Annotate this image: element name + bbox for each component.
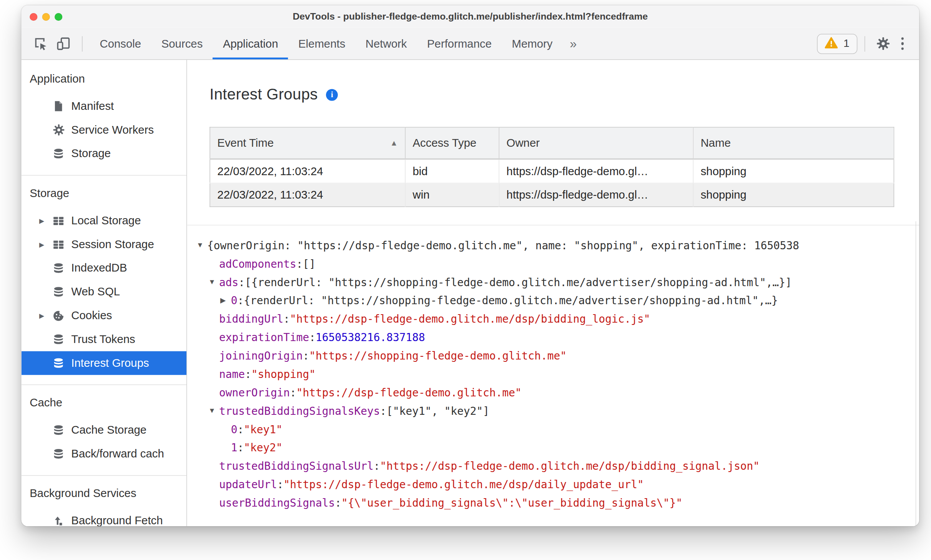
sidebar-item-session-storage[interactable]: ▶Session Storage — [22, 232, 186, 256]
devtools-window: DevTools - publisher-fledge-demo.glitch.… — [22, 5, 919, 526]
table-cell: 22/03/2022, 11:03:24 — [210, 183, 405, 207]
tree-segment-key: trustedBiddingSignalsKeys — [219, 402, 380, 420]
sidebar-item-label: Back/forward cach — [71, 447, 164, 461]
tree-segment-str: "shopping" — [251, 365, 316, 383]
scrollbar-track[interactable] — [916, 221, 916, 526]
tab-sources[interactable]: Sources — [151, 28, 213, 60]
inspect-element-icon[interactable] — [33, 36, 48, 51]
tree-segment-key: trustedBiddingSignalsUrl — [219, 457, 374, 475]
sidebar-item-label: Storage — [71, 147, 111, 160]
tree-line: expirationTime: 1650538216.837188 — [196, 328, 919, 346]
tree-line[interactable]: ▼trustedBiddingSignalsKeys: ["key1", "ke… — [196, 402, 919, 420]
tree-line: ownerOrigin: "https://dsp-fledge-demo.gl… — [196, 383, 919, 402]
tree-segment-str: "https://dsp-fledge-demo.glitch.me" — [296, 383, 522, 402]
toolbar-divider — [864, 36, 865, 51]
tree-segment-key: expirationTime — [219, 328, 309, 346]
tree-segment-str: "https://dsp-fledge-demo.glitch.me/dsp/d… — [283, 475, 643, 494]
tree-line[interactable]: ▼ads: [{renderUrl: "https://shopping-fle… — [196, 273, 919, 292]
toolbar-divider — [82, 36, 83, 51]
issues-counter[interactable]: 1 — [817, 33, 857, 54]
settings-gear-icon[interactable] — [876, 36, 891, 51]
tree-segment-key: 0 — [231, 291, 238, 310]
expand-arrow-icon[interactable]: ▶ — [39, 312, 52, 320]
tree-segment-key: updateUrl — [219, 475, 277, 494]
sidebar-item-label: Background Fetch — [71, 514, 163, 526]
tab-performance[interactable]: Performance — [417, 28, 502, 60]
issues-count: 1 — [843, 37, 849, 50]
tab-network[interactable]: Network — [356, 28, 417, 60]
table-cell: bid — [405, 159, 499, 183]
titlebar: DevTools - publisher-fledge-demo.glitch.… — [22, 5, 919, 28]
window-title: DevTools - publisher-fledge-demo.glitch.… — [22, 11, 919, 22]
tab-elements[interactable]: Elements — [288, 28, 356, 60]
expand-arrow-icon[interactable]: ▶ — [39, 217, 52, 225]
tab-memory[interactable]: Memory — [502, 28, 563, 60]
sidebar-item-label: Interest Groups — [71, 356, 149, 369]
sidebar-section-storage: Storage▶Local Storage▶Session StorageInd… — [22, 176, 186, 385]
table-cell: shopping — [693, 159, 894, 183]
sidebar-item-interest-groups[interactable]: Interest Groups — [22, 351, 186, 375]
sidebar-item-label: IndexedDB — [71, 262, 127, 275]
column-header-event-time[interactable]: Event Time▲ — [210, 127, 405, 159]
collapse-arrow-icon[interactable]: ▼ — [208, 402, 219, 420]
sidebar-section-application: ApplicationManifestService WorkersStorag… — [22, 67, 186, 176]
collapse-arrow-icon[interactable]: ▼ — [208, 273, 219, 292]
tree-segment-str: "{\"user_bidding_signals\":\"user_biddin… — [341, 494, 682, 512]
tree-segment-plain: {renderUrl: "https://shopping-fledge-dem… — [244, 291, 778, 310]
expand-arrow-icon[interactable]: ▶ — [39, 240, 52, 248]
zoom-window-button[interactable] — [55, 13, 62, 20]
collapse-arrow-icon[interactable]: ▼ — [196, 236, 207, 255]
tree-segment-key: 1 — [231, 438, 238, 457]
warning-icon — [825, 36, 838, 51]
sidebar-item-web-sql[interactable]: Web SQL — [22, 280, 186, 304]
sidebar-item-cookies[interactable]: ▶Cookies — [22, 304, 186, 328]
sidebar-item-cache-storage[interactable]: Cache Storage — [22, 418, 186, 442]
tree-segment-str: "key1" — [244, 420, 282, 439]
tree-segment-plain: : — [374, 457, 380, 475]
sidebar-item-trust-tokens[interactable]: Trust Tokens — [22, 328, 186, 351]
sidebar-section-title: Storage — [22, 183, 186, 204]
sidebar-section-cache: CacheCache StorageBack/forward cach — [22, 385, 186, 476]
sidebar-item-label: Local Storage — [71, 214, 141, 227]
sidebar-item-service-workers[interactable]: Service Workers — [22, 118, 186, 142]
tree-line[interactable]: ▶0: {renderUrl: "https://shopping-fledge… — [196, 291, 919, 310]
info-icon[interactable]: i — [326, 89, 338, 101]
sidebar-item-storage[interactable]: Storage — [22, 142, 186, 166]
tree-segment-plain: : — [238, 438, 244, 457]
tab-console[interactable]: Console — [90, 28, 151, 60]
sidebar-item-background-fetch[interactable]: Background Fetch — [22, 509, 186, 526]
table-cell: 22/03/2022, 11:03:24 — [210, 159, 405, 183]
close-window-button[interactable] — [30, 13, 37, 20]
tree-segment-key: adComponents — [219, 255, 296, 273]
tree-segment-str: "https://shopping-fledge-demo.glitch.me" — [309, 346, 567, 365]
tree-segment-key: userBiddingSignals — [219, 494, 335, 512]
table-row[interactable]: 22/03/2022, 11:03:24winhttps://dsp-fledg… — [210, 183, 894, 207]
sidebar-item-indexeddb[interactable]: IndexedDB — [22, 256, 186, 280]
tree-segment-num: 1650538216.837188 — [316, 328, 425, 346]
sidebar-item-back-forward-cach[interactable]: Back/forward cach — [22, 442, 186, 466]
sidebar-item-label: Session Storage — [71, 238, 154, 251]
minimize-window-button[interactable] — [42, 13, 50, 20]
interest-group-events-table: Event Time▲Access TypeOwnerName 22/03/20… — [209, 127, 894, 207]
expand-arrow-icon[interactable]: ▶ — [220, 291, 231, 310]
document-icon — [52, 100, 65, 112]
sidebar-item-manifest[interactable]: Manifest — [22, 94, 186, 118]
tree-segment-plain: : — [303, 346, 309, 365]
column-header-name[interactable]: Name — [693, 127, 894, 159]
tree-segment-plain: : — [277, 475, 284, 494]
column-header-access-type[interactable]: Access Type — [405, 127, 499, 159]
tree-segment-str: "key2" — [244, 438, 282, 457]
more-tabs-chevron-icon[interactable]: » — [563, 28, 584, 60]
tree-line: 0: "key1" — [196, 420, 919, 439]
device-toolbar-icon[interactable] — [56, 36, 71, 51]
kebab-menu-icon[interactable] — [898, 36, 907, 51]
sidebar-item-label: Manifest — [71, 99, 114, 113]
background-fetch-icon — [52, 515, 65, 526]
tree-line[interactable]: ▼{ownerOrigin: "https://dsp-fledge-demo.… — [196, 236, 919, 255]
column-header-owner[interactable]: Owner — [499, 127, 693, 159]
sidebar-section-title: Cache — [22, 392, 186, 414]
tree-segment-plain: : — [238, 420, 244, 439]
tab-application[interactable]: Application — [213, 28, 288, 60]
sidebar-item-local-storage[interactable]: ▶Local Storage — [22, 209, 186, 233]
table-row[interactable]: 22/03/2022, 11:03:24bidhttps://dsp-fledg… — [210, 159, 894, 183]
